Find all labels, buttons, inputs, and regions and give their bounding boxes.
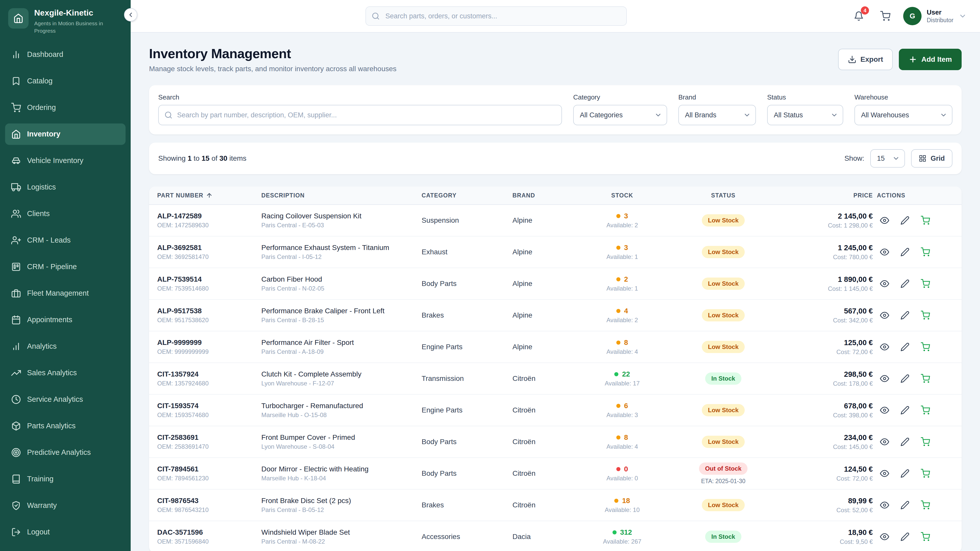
- category-select[interactable]: All Categories: [573, 105, 667, 125]
- sidebar-item-clients[interactable]: Clients: [5, 203, 126, 224]
- sidebar-item-service-analytics[interactable]: Service Analytics: [5, 389, 126, 410]
- sidebar-item-parts-analytics[interactable]: Parts Analytics: [5, 415, 126, 437]
- add-to-cart-button[interactable]: [921, 279, 930, 288]
- add-to-cart-button[interactable]: [921, 500, 930, 510]
- add-item-button[interactable]: Add Item: [899, 49, 962, 70]
- column-stock[interactable]: STOCK: [584, 192, 660, 199]
- sidebar-item-label: Training: [27, 475, 54, 483]
- add-to-cart-button[interactable]: [921, 469, 930, 478]
- add-to-cart-button[interactable]: [921, 248, 930, 257]
- edit-button[interactable]: [900, 500, 910, 510]
- filter-warehouse-label: Warehouse: [854, 94, 953, 101]
- pipeline-icon: [11, 262, 21, 272]
- edit-button[interactable]: [900, 248, 910, 257]
- sidebar-item-ordering[interactable]: Ordering: [5, 97, 126, 118]
- view-button[interactable]: [880, 437, 889, 446]
- sidebar-item-fleet-management[interactable]: Fleet Management: [5, 283, 126, 304]
- edit-button[interactable]: [900, 279, 910, 288]
- part-oem: OEM: 3571596840: [157, 538, 257, 545]
- category-cell: Engine Parts: [422, 343, 508, 351]
- sidebar-item-training[interactable]: Training: [5, 468, 126, 490]
- view-button[interactable]: [880, 279, 889, 288]
- sidebar-collapse-button[interactable]: [124, 8, 137, 21]
- part-location: Lyon Warehouse - S-08-04: [261, 443, 417, 450]
- page-size-select[interactable]: 15: [870, 149, 905, 168]
- global-search-input[interactable]: [366, 6, 627, 26]
- view-button[interactable]: [880, 406, 889, 415]
- edit-button[interactable]: [900, 532, 910, 541]
- edit-button[interactable]: [900, 216, 910, 225]
- add-to-cart-button[interactable]: [921, 216, 930, 225]
- pencil-icon: [900, 279, 910, 288]
- edit-button[interactable]: [900, 469, 910, 478]
- filters-card: Search Category All Categories Brand All…: [149, 85, 962, 135]
- add-to-cart-button[interactable]: [921, 437, 930, 446]
- brand-cell: Citroën: [512, 501, 580, 509]
- add-to-cart-button[interactable]: [921, 406, 930, 415]
- price-cell: 678,00 € Cost: 398,00 €: [786, 402, 873, 419]
- description-cell: Performance Brake Caliper - Front Left P…: [261, 307, 417, 324]
- view-button[interactable]: [880, 532, 889, 541]
- add-to-cart-button[interactable]: [921, 374, 930, 383]
- part-description: Carbon Fiber Hood: [261, 275, 417, 283]
- column-description[interactable]: DESCRIPTION: [261, 192, 417, 199]
- notifications-button[interactable]: 4: [850, 7, 867, 25]
- category-cell: Brakes: [422, 311, 508, 319]
- edit-button[interactable]: [900, 406, 910, 415]
- cost: Cost: 1 298,00 €: [786, 222, 873, 229]
- sidebar-item-crm-pipeline[interactable]: CRM - Pipeline: [5, 256, 126, 278]
- column-price[interactable]: PRICE: [786, 192, 873, 199]
- column-part-number[interactable]: PART NUMBER: [157, 192, 257, 199]
- sidebar-item-inventory[interactable]: Inventory: [5, 124, 126, 145]
- sidebar-item-analytics[interactable]: Analytics: [5, 336, 126, 357]
- part-description: Racing Coilover Suspension Kit: [261, 212, 417, 220]
- sidebar-item-appointments[interactable]: Appointments: [5, 309, 126, 330]
- sidebar-item-dashboard[interactable]: Dashboard: [5, 44, 126, 65]
- view-button[interactable]: [880, 342, 889, 351]
- edit-button[interactable]: [900, 342, 910, 351]
- grid-view-button[interactable]: Grid: [911, 149, 953, 168]
- view-button[interactable]: [880, 374, 889, 383]
- column-status[interactable]: STATUS: [665, 192, 782, 199]
- view-button[interactable]: [880, 500, 889, 510]
- inventory-search-input[interactable]: [158, 105, 562, 125]
- sidebar-item-sales-analytics[interactable]: Sales Analytics: [5, 362, 126, 384]
- sidebar-item-logout[interactable]: Logout: [5, 521, 126, 543]
- table-header: PART NUMBER DESCRIPTION CATEGORY BRAND S…: [149, 186, 962, 205]
- column-category[interactable]: CATEGORY: [422, 192, 508, 199]
- add-to-cart-button[interactable]: [921, 532, 930, 541]
- search-icon: [164, 111, 172, 119]
- warehouse-select[interactable]: All Warehouses: [854, 105, 953, 125]
- brand-select[interactable]: All Brands: [678, 105, 756, 125]
- sidebar-item-vehicle-inventory[interactable]: Vehicle Inventory: [5, 150, 126, 171]
- cart-button[interactable]: [877, 7, 894, 25]
- edit-button[interactable]: [900, 437, 910, 446]
- add-to-cart-button[interactable]: [921, 311, 930, 320]
- stock-available: Available: 2: [584, 317, 660, 324]
- edit-button[interactable]: [900, 311, 910, 320]
- brand-cell: Alpine: [512, 343, 580, 351]
- eye-icon: [880, 248, 889, 257]
- sidebar-item-predictive-analytics[interactable]: Predictive Analytics: [5, 442, 126, 463]
- predictive-icon: [11, 448, 21, 457]
- sidebar-item-logistics[interactable]: Logistics: [5, 176, 126, 198]
- export-button[interactable]: Export: [838, 49, 893, 70]
- part-location: Marseille Hub - K-18-04: [261, 475, 417, 482]
- column-brand[interactable]: BRAND: [512, 192, 580, 199]
- edit-button[interactable]: [900, 374, 910, 383]
- view-button[interactable]: [880, 216, 889, 225]
- status-select[interactable]: All Status: [767, 105, 843, 125]
- status-badge: Low Stock: [702, 214, 745, 227]
- sidebar-item-catalog[interactable]: Catalog: [5, 70, 126, 92]
- add-to-cart-button[interactable]: [921, 342, 930, 351]
- sidebar-item-crm-leads[interactable]: CRM - Leads: [5, 230, 126, 251]
- part-cell: CIT-1357924 OEM: 1357924680: [157, 370, 257, 387]
- stock-dot: [616, 246, 620, 250]
- part-description: Front Brake Disc Set (2 pcs): [261, 497, 417, 505]
- view-button[interactable]: [880, 248, 889, 257]
- view-button[interactable]: [880, 311, 889, 320]
- sidebar-item-warranty[interactable]: Warranty: [5, 495, 126, 516]
- view-button[interactable]: [880, 469, 889, 478]
- part-oem: OEM: 7539514680: [157, 285, 257, 292]
- user-menu[interactable]: G User Distributor: [903, 7, 967, 25]
